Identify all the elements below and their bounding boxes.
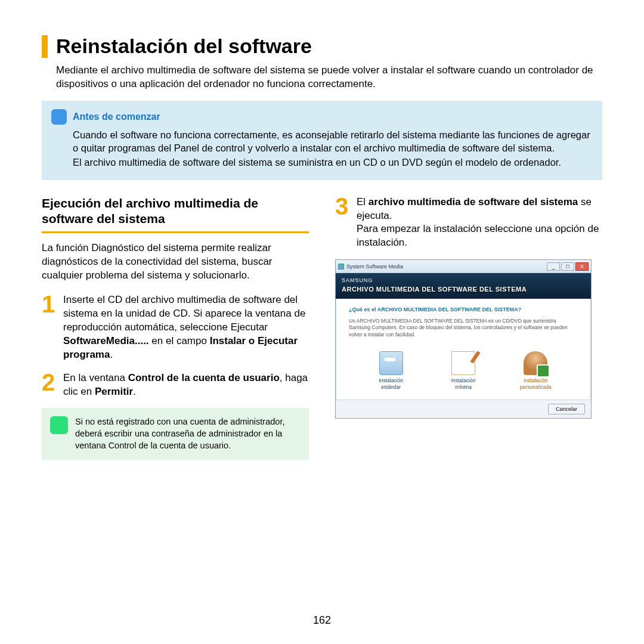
callout-title: Antes de comenzar — [73, 110, 160, 123]
option-label: Instalación — [439, 377, 487, 384]
section-intro: La función Diagnóstico del sistema permi… — [42, 242, 309, 283]
callout-paragraph: Cuando el software no funciona correctam… — [73, 128, 593, 155]
brand-label: SAMSUNG — [342, 277, 585, 284]
step-text: En la ventana — [63, 372, 128, 383]
option-label: estándar — [367, 384, 415, 391]
window-app-icon — [338, 264, 344, 270]
window-question: ¿Qué es el ARCHIVO MULTIMEDIA DEL SOFTWA… — [349, 306, 578, 313]
intro-text: Mediante el archivo multimedia de softwa… — [56, 64, 602, 91]
step-bold: archivo multimedia de software del siste… — [369, 196, 578, 208]
note-icon — [50, 416, 68, 434]
heading-rule — [42, 231, 309, 233]
step-number-icon: 3 — [335, 196, 352, 250]
option-label: mínima — [439, 384, 487, 391]
option-label: personalizada — [512, 384, 559, 391]
step-3: 3 El archivo multimedia de software del … — [335, 196, 602, 250]
step-text: en el campo — [149, 335, 210, 346]
window-title: System Software Media — [346, 263, 403, 270]
step-bold: Permitir — [95, 386, 133, 397]
window-banner: SAMSUNG ARCHIVO MULTIMEDIA DEL SOFTWARE … — [336, 273, 591, 299]
step-1: 1 Inserte el CD del archivo multimedia d… — [42, 293, 309, 362]
user-check-icon — [524, 351, 547, 375]
step-text: El — [357, 196, 369, 208]
install-custom-option[interactable]: Instalación personalizada — [512, 351, 559, 391]
step-text: . — [133, 386, 136, 397]
page-number: 162 — [0, 613, 644, 627]
close-button[interactable]: X — [575, 262, 589, 271]
document-pencil-icon — [451, 351, 475, 375]
note-text: Si no está registrado con una cuenta de … — [75, 416, 301, 451]
cancel-button[interactable]: Cancelar — [548, 404, 585, 414]
monitor-icon — [379, 351, 403, 375]
section-heading: Ejecución del archivo multimedia de soft… — [42, 196, 309, 227]
minimize-button[interactable]: _ — [547, 262, 560, 271]
step-text: Inserte el CD del archivo multimedia de … — [63, 294, 305, 333]
option-label: Instalación — [367, 377, 415, 384]
install-minimal-option[interactable]: Instalación mínima — [439, 351, 487, 391]
option-label: Instalación — [512, 377, 559, 384]
install-standard-option[interactable]: Instalación estándar — [367, 351, 415, 391]
banner-title: ARCHIVO MULTIMEDIA DEL SOFTWARE DEL SIST… — [342, 285, 585, 294]
admin-note: Si no está registrado con una cuenta de … — [42, 408, 309, 460]
before-start-callout: Antes de comenzar Cuando el software no … — [42, 101, 602, 180]
right-column: 3 El archivo multimedia de software del … — [335, 196, 602, 460]
step-2: 2 En la ventana Control de la cuenta de … — [42, 371, 309, 399]
left-column: Ejecución del archivo multimedia de soft… — [42, 196, 309, 460]
step-number-icon: 1 — [42, 293, 58, 362]
maximize-button[interactable]: □ — [561, 262, 574, 271]
window-titlebar: System Software Media _ □ X — [336, 260, 591, 273]
step-bold: Control de la cuenta de usuario — [128, 372, 280, 383]
title-accent-bar — [42, 35, 48, 58]
step-number-icon: 2 — [42, 371, 58, 399]
step-text: . — [110, 349, 113, 360]
page-title: Reinstalación del software — [56, 33, 312, 60]
info-icon — [51, 109, 67, 125]
callout-paragraph: El archivo multimedia de software del si… — [73, 156, 593, 169]
step-bold: SoftwareMedia..... — [63, 335, 149, 346]
screenshot-window: System Software Media _ □ X SAMSUNG ARCH… — [335, 259, 592, 418]
window-description: Un ARCHIVO MULTIMEDIA DEL SOFTWARE DEL S… — [349, 318, 578, 338]
step-text: Para empezar la instalación seleccione u… — [357, 222, 602, 250]
